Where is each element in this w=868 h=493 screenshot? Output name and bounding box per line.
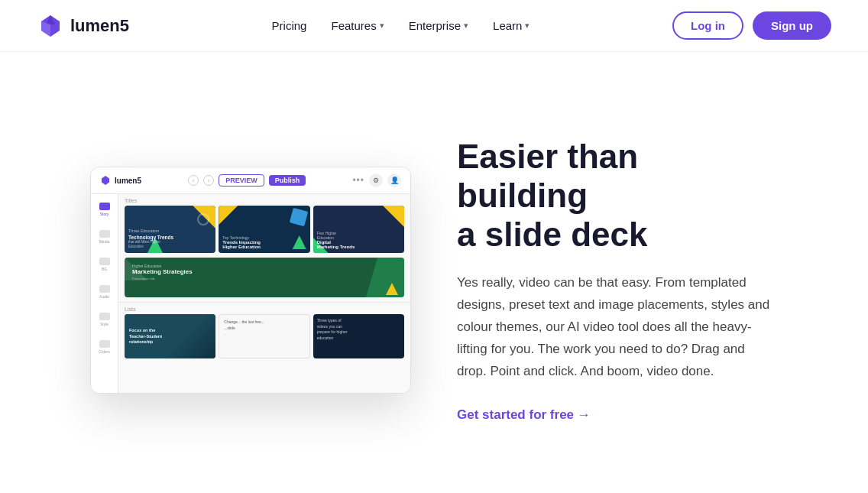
nav-enterprise[interactable]: Enterprise ▾ bbox=[409, 19, 468, 32]
app-bar-center: ‹ › PREVIEW Publish bbox=[188, 174, 306, 186]
app-bar-back-icon[interactable]: ‹ bbox=[188, 175, 199, 186]
nav-pricing[interactable]: Pricing bbox=[272, 19, 307, 32]
login-button[interactable]: Log in bbox=[672, 11, 743, 40]
app-cards-top: Three Education Technology Trends that w… bbox=[118, 206, 410, 258]
app-card-1[interactable]: Three Education Technology Trends that w… bbox=[125, 206, 215, 253]
app-card-wide[interactable]: Higher Education Marketing Strategies Pr… bbox=[118, 258, 410, 302]
app-bar-forward-icon[interactable]: › bbox=[203, 175, 214, 186]
hero-cta-link[interactable]: Get started for free → bbox=[457, 407, 591, 423]
enterprise-chevron-icon: ▾ bbox=[464, 21, 468, 31]
hero-heading: Easier than building a slide deck bbox=[457, 138, 778, 254]
nav-links: Pricing Features ▾ Enterprise ▾ Learn ▾ bbox=[272, 19, 530, 32]
app-card-bottom-1[interactable]: 2 Focus on theTeacher-Studentrelationshi… bbox=[125, 314, 215, 358]
app-cards-bottom: 2 Focus on theTeacher-Studentrelationshi… bbox=[118, 314, 410, 363]
hero-text-section: Easier than building a slide deck Yes re… bbox=[457, 138, 778, 422]
sidebar-bg[interactable]: BG bbox=[96, 255, 114, 274]
main-content: lumen5 ‹ › PREVIEW Publish ••• ⚙ 👤 Story bbox=[0, 52, 868, 493]
logo-text: lumen5 bbox=[70, 16, 129, 36]
features-chevron-icon: ▾ bbox=[380, 21, 384, 31]
app-publish-button[interactable]: Publish bbox=[269, 175, 306, 186]
sidebar-style[interactable]: Style bbox=[96, 310, 114, 329]
app-bar-more-icon[interactable]: ••• bbox=[352, 175, 364, 186]
app-bar-logo-icon bbox=[100, 175, 111, 186]
app-bar: lumen5 ‹ › PREVIEW Publish ••• ⚙ 👤 bbox=[91, 167, 410, 194]
app-screenshot: lumen5 ‹ › PREVIEW Publish ••• ⚙ 👤 Story bbox=[90, 167, 411, 394]
sidebar-story[interactable]: Story bbox=[96, 200, 114, 219]
section-titles-label: Titles bbox=[118, 194, 410, 206]
sidebar-audio[interactable]: Audio bbox=[96, 283, 114, 301]
app-bar-logo: lumen5 bbox=[100, 175, 141, 186]
app-sidebar: Story Media BG Audio Style bbox=[91, 194, 118, 393]
app-card-bottom-2[interactable]: Change... the last few......slide... bbox=[219, 314, 309, 358]
hero-body-text: Yes really, video can be that easy. From… bbox=[457, 272, 778, 382]
app-card-2[interactable]: Top Technology Trends Impacting Higher E… bbox=[219, 206, 309, 253]
app-bar-right: ••• ⚙ 👤 bbox=[352, 174, 401, 187]
nav-learn[interactable]: Learn ▾ bbox=[493, 19, 530, 32]
logo-link[interactable]: lumen5 bbox=[37, 12, 129, 40]
app-bar-settings-icon[interactable]: ⚙ bbox=[369, 174, 383, 187]
app-main-canvas: Titles Three Education Technolog bbox=[118, 194, 410, 393]
app-card-bottom-3[interactable]: Three types ofvideos you canprepare for … bbox=[313, 314, 404, 358]
sidebar-colors[interactable]: Colors bbox=[96, 338, 114, 356]
logo-icon bbox=[37, 12, 64, 40]
learn-chevron-icon: ▾ bbox=[525, 21, 530, 31]
sidebar-media[interactable]: Media bbox=[96, 228, 114, 246]
app-body: Story Media BG Audio Style bbox=[91, 194, 410, 393]
app-card-3[interactable]: Five Higher Education Digital Marketing … bbox=[313, 206, 404, 253]
signup-button[interactable]: Sign up bbox=[753, 11, 831, 40]
app-preview-button[interactable]: PREVIEW bbox=[219, 174, 264, 186]
nav-features[interactable]: Features ▾ bbox=[331, 19, 384, 32]
nav-actions: Log in Sign up bbox=[672, 11, 831, 40]
navigation: lumen5 Pricing Features ▾ Enterprise ▾ L… bbox=[0, 0, 868, 52]
app-bar-user-icon[interactable]: 👤 bbox=[387, 174, 401, 187]
section-lists-label: Lists bbox=[118, 302, 410, 314]
